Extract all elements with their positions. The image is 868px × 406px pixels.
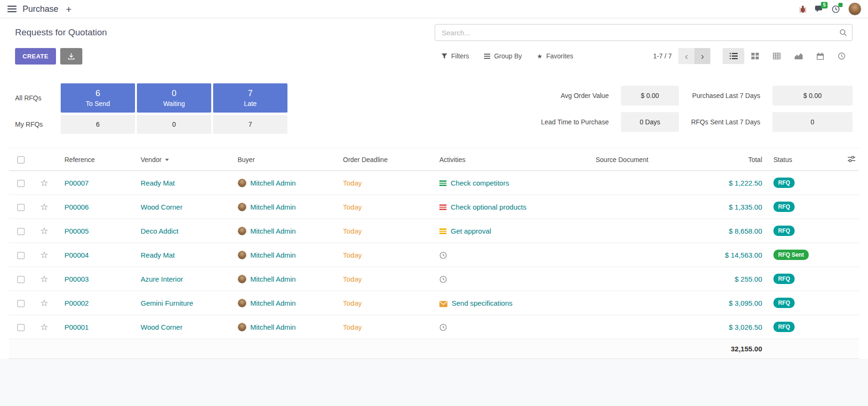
vendor-link[interactable]: Azure Interior xyxy=(141,275,183,283)
buyer-link[interactable]: Mitchell Admin xyxy=(250,299,296,307)
table-row[interactable]: ☆ P00004 Ready Mat Mitchell Admin Today … xyxy=(9,243,859,267)
favorite-star-icon[interactable]: ☆ xyxy=(40,226,48,236)
activities-clock-icon[interactable] xyxy=(832,5,840,13)
my-late-count[interactable]: 7 xyxy=(213,115,287,134)
buyer-link[interactable]: Mitchell Admin xyxy=(250,251,296,259)
buyer-avatar xyxy=(238,275,247,284)
vendor-link[interactable]: Ready Mat xyxy=(141,251,175,259)
schedule-activity-clock-icon[interactable] xyxy=(439,276,447,283)
column-header-total[interactable]: Total xyxy=(700,148,773,171)
favorite-star-icon[interactable]: ☆ xyxy=(40,274,48,284)
column-header-source-document[interactable]: Source Document xyxy=(596,148,700,171)
status-badge: RFQ Sent xyxy=(773,250,809,260)
reference-link[interactable]: P00007 xyxy=(64,179,89,187)
favorite-star-icon[interactable]: ☆ xyxy=(40,298,48,308)
activity-tasks-icon[interactable] xyxy=(439,228,446,234)
my-waiting-count[interactable]: 0 xyxy=(137,115,211,134)
table-row[interactable]: ☆ P00007 Ready Mat Mitchell Admin Today … xyxy=(9,171,859,195)
schedule-activity-clock-icon[interactable] xyxy=(439,252,447,259)
reference-link[interactable]: P00004 xyxy=(64,251,89,259)
vendor-link[interactable]: Wood Corner xyxy=(141,323,183,331)
row-checkbox[interactable] xyxy=(17,276,24,283)
messages-icon[interactable]: 5 xyxy=(815,5,823,13)
activity-view-icon[interactable] xyxy=(831,48,852,64)
schedule-activity-clock-icon[interactable] xyxy=(439,324,447,331)
buyer-link[interactable]: Mitchell Admin xyxy=(250,179,296,187)
reference-link[interactable]: P00001 xyxy=(64,323,89,331)
column-header-activities[interactable]: Activities xyxy=(439,148,596,171)
column-header-order-deadline[interactable]: Order Deadline xyxy=(343,148,439,171)
favorite-star-icon[interactable]: ☆ xyxy=(40,250,48,260)
buyer-link[interactable]: Mitchell Admin xyxy=(250,323,296,331)
avg-order-value[interactable]: $ 0.00 xyxy=(621,86,679,106)
row-checkbox[interactable] xyxy=(17,300,24,307)
rfqs-sent-last-7-days[interactable]: 0 xyxy=(772,112,852,132)
vendor-link[interactable]: Deco Addict xyxy=(141,227,178,235)
app-name[interactable]: Purchase xyxy=(23,4,58,14)
kpi-tile-late[interactable]: 7 Late xyxy=(213,83,287,113)
debug-bug-icon[interactable] xyxy=(799,5,806,13)
filters-button[interactable]: Filters xyxy=(441,52,469,60)
reference-link[interactable]: P00002 xyxy=(64,299,89,307)
table-row[interactable]: ☆ P00006 Wood Corner Mitchell Admin Toda… xyxy=(9,195,859,219)
activity-tasks-icon[interactable] xyxy=(439,204,446,210)
favorites-button[interactable]: ★ Favorites xyxy=(537,52,573,60)
vendor-link[interactable]: Ready Mat xyxy=(141,179,175,187)
activity-label[interactable]: Get approval xyxy=(451,227,491,235)
row-checkbox[interactable] xyxy=(17,324,24,331)
user-avatar[interactable] xyxy=(848,2,861,16)
quick-create-plus-icon[interactable]: + xyxy=(64,4,73,14)
favorite-star-icon[interactable]: ☆ xyxy=(40,178,48,188)
optional-columns-icon[interactable] xyxy=(842,148,859,171)
row-checkbox[interactable] xyxy=(17,252,24,259)
email-activity-envelope-icon[interactable] xyxy=(439,301,447,307)
reference-link[interactable]: P00006 xyxy=(64,203,89,211)
row-checkbox[interactable] xyxy=(17,180,24,187)
pager-previous-button[interactable]: ‹ xyxy=(678,48,694,64)
search-icon[interactable] xyxy=(839,29,847,37)
select-all-checkbox[interactable] xyxy=(17,156,24,163)
reference-link[interactable]: P00003 xyxy=(64,275,89,283)
buyer-link[interactable]: Mitchell Admin xyxy=(250,203,296,211)
kpi-tile-waiting[interactable]: 0 Waiting xyxy=(137,83,211,113)
column-header-status[interactable]: Status xyxy=(773,148,842,171)
activity-label[interactable]: Check competitors xyxy=(451,179,509,187)
search-input[interactable] xyxy=(441,28,839,37)
activity-label[interactable]: Check optional products xyxy=(451,203,526,211)
group-by-button[interactable]: Group By xyxy=(484,52,522,60)
row-checkbox[interactable] xyxy=(17,204,24,211)
list-view-icon[interactable] xyxy=(723,48,744,64)
my-to-send-count[interactable]: 6 xyxy=(61,115,135,134)
vendor-link[interactable]: Gemini Furniture xyxy=(141,299,193,307)
export-download-button[interactable] xyxy=(60,48,82,65)
avg-order-value-label: Avg Order Value xyxy=(541,92,609,99)
buyer-link[interactable]: Mitchell Admin xyxy=(250,227,296,235)
lead-time-value[interactable]: 0 Days xyxy=(621,112,679,132)
row-checkbox[interactable] xyxy=(17,228,24,235)
table-row[interactable]: ☆ P00005 Deco Addict Mitchell Admin Toda… xyxy=(9,219,859,243)
table-row[interactable]: ☆ P00002 Gemini Furniture Mitchell Admin… xyxy=(9,291,859,315)
kpi-tile-to-send[interactable]: 6 To Send xyxy=(61,83,135,113)
column-header-reference[interactable]: Reference xyxy=(56,148,141,171)
apps-menu-icon[interactable] xyxy=(8,6,16,12)
purchased-last-7-days[interactable]: $ 0.00 xyxy=(772,86,852,106)
kanban-view-icon[interactable] xyxy=(744,48,766,64)
table-row[interactable]: ☆ P00003 Azure Interior Mitchell Admin T… xyxy=(9,267,859,291)
vendor-link[interactable]: Wood Corner xyxy=(141,203,183,211)
search-bar[interactable] xyxy=(435,24,852,41)
activity-tasks-icon[interactable] xyxy=(439,180,446,186)
order-deadline-value: Today xyxy=(343,323,362,331)
column-header-vendor[interactable]: Vendor xyxy=(141,148,238,171)
column-header-buyer[interactable]: Buyer xyxy=(238,148,343,171)
buyer-link[interactable]: Mitchell Admin xyxy=(250,275,296,283)
pivot-view-icon[interactable] xyxy=(766,48,788,64)
table-row[interactable]: ☆ P00001 Wood Corner Mitchell Admin Toda… xyxy=(9,315,859,339)
calendar-view-icon[interactable] xyxy=(809,48,831,64)
reference-link[interactable]: P00005 xyxy=(64,227,89,235)
create-button[interactable]: CREATE xyxy=(15,48,56,65)
activity-label[interactable]: Send specifications xyxy=(452,299,512,307)
pager-next-button[interactable]: › xyxy=(694,48,710,64)
graph-view-icon[interactable] xyxy=(788,48,809,64)
favorite-star-icon[interactable]: ☆ xyxy=(40,202,48,212)
favorite-star-icon[interactable]: ☆ xyxy=(40,322,48,332)
